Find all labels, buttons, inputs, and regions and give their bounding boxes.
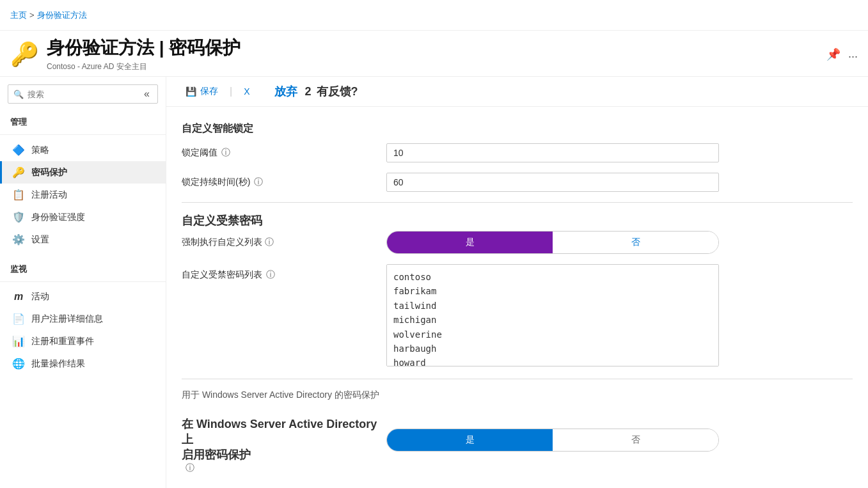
lockout-threshold-input-container bbox=[386, 143, 719, 162]
sidebar-item-registration-activity-label: 注册活动 bbox=[31, 189, 67, 201]
key-icon: 🔑 bbox=[10, 41, 39, 68]
banned-list-textarea-container: contoso fabrikam tailwind michigan wolve… bbox=[386, 264, 719, 368]
cancel-button[interactable]: X bbox=[240, 84, 253, 99]
save-label: 保存 bbox=[200, 86, 218, 97]
collapse-button[interactable]: « bbox=[141, 88, 152, 100]
auth-strength-icon: 🛡️ bbox=[12, 211, 25, 223]
sidebar-item-auth-strength[interactable]: 🛡️ 身份验证强度 bbox=[0, 206, 166, 228]
enforce-no-option[interactable]: 否 bbox=[553, 232, 718, 253]
sidebar-item-registration-events-label: 注册和重置事件 bbox=[31, 336, 94, 347]
sidebar: 🔍 « 管理 🔷 策略 🔑 密码保护 📋 注册活动 🛡️ 身份验证强度 ⚙️ 设… bbox=[0, 77, 166, 488]
custom-banned-title: 自定义受禁密码 bbox=[182, 213, 853, 228]
sidebar-item-settings[interactable]: ⚙️ 设置 bbox=[0, 228, 166, 251]
save-button[interactable]: 💾 保存 bbox=[182, 83, 222, 100]
breadcrumb: 主页 > 身份验证方法 bbox=[10, 10, 87, 21]
sidebar-item-policy[interactable]: 🔷 策略 bbox=[0, 139, 166, 161]
enable-windows-toggle[interactable]: 是 否 bbox=[386, 429, 719, 452]
sidebar-item-registration-events[interactable]: 📊 注册和重置事件 bbox=[0, 330, 166, 352]
sidebar-item-password-protection-label: 密码保护 bbox=[31, 167, 67, 178]
sidebar-item-activity-label: 活动 bbox=[31, 291, 49, 303]
enable-windows-row: 在 Windows Server Active Directory 上启用密码保… bbox=[182, 406, 853, 474]
feedback-text[interactable]: 有反馈? bbox=[317, 84, 358, 99]
feedback-number: 2 bbox=[305, 85, 312, 98]
enable-windows-no-option[interactable]: 否 bbox=[553, 429, 718, 451]
page-header: 🔑 身份验证方法 | 密码保护 Contoso - Azure AD 安全主目 … bbox=[0, 31, 868, 77]
form-content: 自定义智能锁定 锁定阈值 ⓘ 锁定持续时间(秒) ⓘ bbox=[166, 107, 868, 488]
breadcrumb-sep: > bbox=[29, 10, 35, 20]
enforce-list-toggle[interactable]: 是 否 bbox=[386, 231, 719, 254]
save-icon: 💾 bbox=[185, 86, 196, 97]
lockout-duration-input[interactable] bbox=[386, 173, 719, 192]
bulk-ops-icon: 🌐 bbox=[12, 358, 25, 370]
sidebar-item-policy-label: 策略 bbox=[31, 145, 49, 156]
lockout-duration-info-icon[interactable]: ⓘ bbox=[254, 177, 263, 188]
user-registration-icon: 📄 bbox=[12, 313, 25, 325]
enable-windows-yes-option[interactable]: 是 bbox=[387, 429, 553, 451]
lockout-duration-input-container bbox=[386, 173, 719, 192]
page-header-actions: 📌 ... bbox=[826, 47, 858, 61]
lockout-duration-label: 锁定持续时间(秒) ⓘ bbox=[182, 177, 386, 188]
main-layout: 🔍 « 管理 🔷 策略 🔑 密码保护 📋 注册活动 🛡️ 身份验证强度 ⚙️ 设… bbox=[0, 77, 868, 488]
page-subtitle: Contoso - Azure AD 安全主目 bbox=[47, 61, 241, 72]
windows-section-label: 用于 Windows Server Active Directory 的密码保护 bbox=[182, 390, 853, 401]
lockout-threshold-info-icon[interactable]: ⓘ bbox=[221, 147, 230, 159]
enforce-list-label: 强制执行自定义列表 ⓘ bbox=[182, 237, 274, 248]
lockout-duration-row: 锁定持续时间(秒) ⓘ bbox=[182, 173, 853, 192]
registration-events-icon: 📊 bbox=[12, 335, 25, 347]
registration-activity-icon: 📋 bbox=[12, 189, 25, 201]
lockout-threshold-row: 锁定阈值 ⓘ bbox=[182, 143, 853, 162]
sidebar-item-bulk-ops[interactable]: 🌐 批量操作结果 bbox=[0, 352, 166, 375]
sidebar-item-auth-strength-label: 身份验证强度 bbox=[31, 212, 85, 223]
search-icon: 🔍 bbox=[13, 90, 24, 99]
sidebar-item-password-protection[interactable]: 🔑 密码保护 bbox=[0, 161, 166, 184]
sidebar-item-activity[interactable]: m 活动 bbox=[0, 286, 166, 308]
monitor-divider bbox=[0, 281, 166, 282]
search-box[interactable]: 🔍 « bbox=[8, 84, 158, 104]
enforce-yes-option[interactable]: 是 bbox=[387, 232, 553, 253]
enforce-list-label-container: 强制执行自定义列表 ⓘ bbox=[182, 237, 386, 248]
top-bar: 主页 > 身份验证方法 bbox=[0, 0, 868, 31]
content-area: 💾 保存 | X 放弃 2 有反馈? 自定义智能锁定 锁定阈值 ⓘ bbox=[166, 77, 868, 488]
activity-icon: m bbox=[12, 291, 25, 303]
section-divider-2 bbox=[182, 379, 853, 379]
pin-icon[interactable]: 📌 bbox=[826, 47, 840, 61]
toolbar: 💾 保存 | X 放弃 2 有反馈? bbox=[166, 77, 868, 107]
enable-windows-info-icon[interactable]: ⓘ bbox=[185, 462, 194, 473]
banned-list-textarea[interactable]: contoso fabrikam tailwind michigan wolve… bbox=[386, 264, 719, 366]
banned-list-info-icon[interactable]: ⓘ bbox=[266, 269, 275, 281]
discard-button[interactable]: 放弃 bbox=[274, 84, 297, 99]
banned-list-row: 自定义受禁密码列表 ⓘ contoso fabrikam tailwind mi… bbox=[182, 264, 853, 368]
policy-icon: 🔷 bbox=[12, 144, 25, 156]
sidebar-item-user-registration[interactable]: 📄 用户注册详细信息 bbox=[0, 308, 166, 330]
monitor-section-label: 监视 bbox=[0, 258, 166, 278]
breadcrumb-current[interactable]: 身份验证方法 bbox=[37, 10, 87, 21]
smart-lockout-title: 自定义智能锁定 bbox=[182, 122, 853, 136]
lockout-threshold-label: 锁定阈值 ⓘ bbox=[182, 147, 386, 159]
section-divider-1 bbox=[182, 202, 853, 203]
lockout-threshold-input[interactable] bbox=[386, 143, 719, 162]
manage-section-label: 管理 bbox=[0, 111, 166, 130]
search-input[interactable] bbox=[28, 90, 138, 99]
cancel-label: X bbox=[244, 86, 249, 97]
enable-windows-toggle-container: 是 否 bbox=[386, 429, 719, 452]
manage-divider bbox=[0, 134, 166, 135]
toolbar-separator: | bbox=[230, 86, 232, 97]
sidebar-item-registration-activity[interactable]: 📋 注册活动 bbox=[0, 184, 166, 206]
banned-list-label-container: 自定义受禁密码列表 ⓘ bbox=[182, 264, 386, 281]
enforce-list-info-icon[interactable]: ⓘ bbox=[265, 237, 274, 247]
password-protection-icon: 🔑 bbox=[12, 166, 25, 178]
more-actions-icon[interactable]: ... bbox=[848, 47, 858, 61]
enforce-list-row: 强制执行自定义列表 ⓘ 是 否 bbox=[182, 231, 853, 254]
enforce-list-toggle-container: 是 否 bbox=[386, 231, 719, 254]
settings-icon: ⚙️ bbox=[12, 233, 25, 246]
sidebar-item-settings-label: 设置 bbox=[31, 234, 49, 246]
enable-windows-label-container: 在 Windows Server Active Directory 上启用密码保… bbox=[182, 406, 386, 474]
sidebar-item-user-registration-label: 用户注册详细信息 bbox=[31, 313, 103, 325]
breadcrumb-home[interactable]: 主页 bbox=[10, 10, 27, 21]
page-title: 身份验证方法 | 密码保护 bbox=[47, 36, 241, 60]
enable-windows-label: 在 Windows Server Active Directory 上启用密码保… bbox=[182, 406, 386, 474]
sidebar-item-bulk-ops-label: 批量操作结果 bbox=[31, 358, 85, 370]
